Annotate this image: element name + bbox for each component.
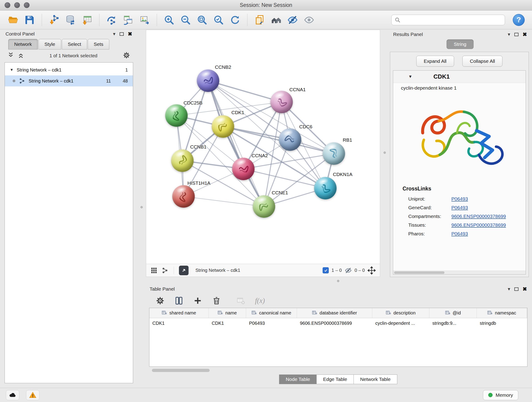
vertical-splitter-handle[interactable] <box>140 206 143 208</box>
column-header-name[interactable]: name <box>209 308 246 318</box>
panel-close-icon[interactable]: ✖ <box>523 32 527 37</box>
hide-selected-button[interactable] <box>285 13 300 27</box>
panel-collapse-icon[interactable]: ▾ <box>508 32 510 37</box>
zoom-fit-button[interactable] <box>195 13 209 27</box>
show-columns-button[interactable] <box>174 296 184 305</box>
birdseye-button[interactable] <box>269 13 283 27</box>
open-session-button[interactable] <box>6 13 20 27</box>
column-header-canonical-name[interactable]: canonical name <box>246 308 297 318</box>
network-options-button[interactable] <box>123 51 130 60</box>
panel-close-icon[interactable]: ✖ <box>128 32 132 37</box>
save-session-button[interactable] <box>22 13 37 27</box>
tab-select[interactable]: Select <box>62 39 87 50</box>
tab-string[interactable]: String <box>447 39 474 49</box>
import-network-database-button[interactable] <box>63 13 78 27</box>
table-cell[interactable]: 9606.ENSP00000378699 <box>297 318 372 328</box>
scrollbar-thumb[interactable] <box>394 271 444 274</box>
network-node-cdk1[interactable] <box>212 115 234 138</box>
add-column-button[interactable] <box>193 296 202 305</box>
import-table-button[interactable] <box>80 13 94 27</box>
warnings-button[interactable] <box>26 390 39 400</box>
table-cell[interactable]: cyclin-dependent ... <box>372 318 429 328</box>
network-node-ccna1[interactable] <box>270 91 293 113</box>
tab-style[interactable]: Style <box>38 39 61 50</box>
scrollbar-thumb[interactable] <box>152 369 210 372</box>
search-field[interactable] <box>391 15 505 25</box>
vertical-splitter-handle[interactable] <box>384 152 386 154</box>
network-row[interactable]: String Network – cdk1 11 48 <box>5 75 133 86</box>
crosslink-link[interactable]: P06493 <box>451 231 468 236</box>
minimize-window-button[interactable] <box>14 2 20 8</box>
refresh-layout-button[interactable] <box>228 13 242 27</box>
panel-float-icon[interactable] <box>120 32 124 36</box>
panel-float-icon[interactable] <box>514 33 519 36</box>
tab-network-table[interactable]: Network Table <box>354 375 397 384</box>
panel-close-icon[interactable]: ✖ <box>523 287 527 292</box>
detach-view-button[interactable] <box>179 266 189 275</box>
column-header-description[interactable]: description <box>372 308 429 318</box>
clear-table-button[interactable] <box>236 296 245 305</box>
network-node-rb1[interactable] <box>323 142 345 165</box>
network-node-ccnb1[interactable] <box>171 149 194 172</box>
panel-float-icon[interactable] <box>514 287 519 291</box>
horizontal-splitter-handle[interactable] <box>337 280 339 282</box>
collapse-groups-button[interactable] <box>7 52 14 60</box>
table-settings-button[interactable] <box>156 296 165 305</box>
grid-view-button[interactable] <box>150 267 158 274</box>
crosslink-link[interactable]: P06493 <box>451 205 468 211</box>
help-button[interactable]: ? <box>513 14 525 26</box>
zoom-in-button[interactable] <box>162 13 176 27</box>
network-node-cdkn1a[interactable] <box>314 177 336 199</box>
expand-all-button[interactable]: Expand All <box>416 56 454 67</box>
clone-network-button[interactable] <box>121 13 135 27</box>
column-header-database-identifier[interactable]: database identifier <box>297 308 372 318</box>
column-header-shared-name[interactable]: shared name <box>149 308 209 318</box>
crosslink-link[interactable]: 9606.ENSP00000378699 <box>451 214 506 219</box>
cloud-status-button[interactable] <box>6 390 19 400</box>
network-node-cdc6[interactable] <box>279 128 301 151</box>
tab-node-table[interactable]: Node Table <box>279 375 317 384</box>
selected-indicator-checkbox[interactable] <box>323 267 329 274</box>
network-node-ccnb2[interactable] <box>197 70 219 92</box>
expand-groups-button[interactable] <box>17 52 24 60</box>
function-builder-button[interactable]: f(x) <box>255 297 265 305</box>
table-cell[interactable]: stringdb:9... <box>429 318 477 328</box>
pan-mode-button[interactable] <box>367 266 376 274</box>
network-node-cdc25b[interactable] <box>165 104 188 127</box>
results-scrollbar[interactable] <box>393 271 526 274</box>
new-network-button[interactable] <box>104 13 119 27</box>
table-cell[interactable]: CDK1 <box>149 318 209 328</box>
memory-button[interactable]: Memory <box>483 390 518 400</box>
delete-column-button[interactable] <box>212 296 221 305</box>
network-node-ccna2[interactable] <box>232 158 254 180</box>
tab-edge-table[interactable]: Edge Table <box>317 375 354 384</box>
network-canvas[interactable]: CCNB2CCNA1CDC25BCDK1CDC6RB1CCNB1CCNA2CDK… <box>146 30 380 264</box>
crosslink-link[interactable]: P06493 <box>451 196 468 202</box>
table-cell[interactable]: CDK1 <box>209 318 246 328</box>
crosslink-link[interactable]: 9606.ENSP00000378699 <box>451 222 506 228</box>
table-row[interactable]: CDK1CDK1P064939606.ENSP00000378699cyclin… <box>149 318 527 328</box>
close-window-button[interactable] <box>5 2 10 8</box>
zoom-window-button[interactable] <box>24 2 30 8</box>
collapse-caret-icon[interactable]: ▼ <box>408 74 412 79</box>
zoom-out-button[interactable] <box>178 13 193 27</box>
show-all-button[interactable] <box>302 13 316 27</box>
collapse-all-button[interactable]: Collapse All <box>462 56 503 67</box>
protein-card-header[interactable]: ▼ CDK1 <box>393 70 526 83</box>
network-collection-row[interactable]: ▼ String Network – cdk1 1 <box>5 64 133 75</box>
search-input[interactable] <box>403 17 502 22</box>
table-cell[interactable]: stringdb <box>477 318 527 328</box>
table-horizontal-scrollbar[interactable] <box>149 368 527 373</box>
import-network-file-button[interactable] <box>47 13 61 27</box>
column-header--id[interactable]: @id <box>429 308 477 318</box>
tab-sets[interactable]: Sets <box>88 39 109 50</box>
table-cell[interactable]: P06493 <box>246 318 297 328</box>
tab-network[interactable]: Network <box>8 39 38 50</box>
export-image-button[interactable] <box>138 13 152 27</box>
panel-collapse-icon[interactable]: ▾ <box>113 31 115 37</box>
network-node-hist1h1a[interactable] <box>172 185 195 208</box>
column-header-namespac[interactable]: namespac <box>477 308 527 318</box>
panel-collapse-icon[interactable]: ▾ <box>508 286 510 292</box>
tree-expand-caret[interactable]: ▼ <box>10 68 13 72</box>
zoom-selected-button[interactable] <box>211 13 226 27</box>
